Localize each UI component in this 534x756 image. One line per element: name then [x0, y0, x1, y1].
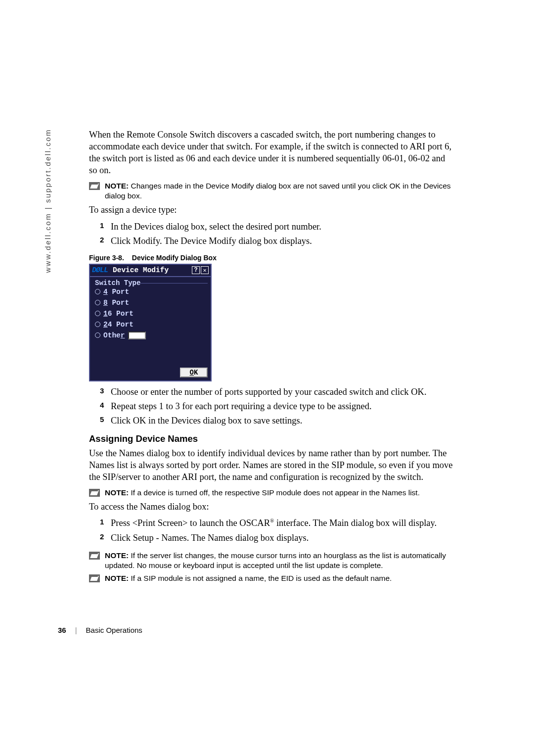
- radio-8-port[interactable]: 8 Port: [93, 297, 208, 308]
- step-4: 4 Repeat steps 1 to 3 for each port requ…: [100, 401, 455, 412]
- step-text: In the Devices dialog box, select the de…: [111, 221, 321, 233]
- page-number: 36: [58, 626, 66, 634]
- radio-24-port[interactable]: 24 Port: [93, 319, 208, 330]
- radio-icon: [95, 289, 100, 294]
- note-4: NOTE: If a SIP module is not assigned a …: [89, 573, 455, 583]
- sidebar-url: www.dell.com | support.dell.com: [44, 129, 52, 273]
- device-modify-dialog: DØLL Device Modify ? ✕ Switch Type 4 Por…: [89, 264, 212, 381]
- step-num: 5: [100, 415, 111, 424]
- assign-steps-list-1: 1 In the Devices dialog box, select the …: [100, 221, 455, 247]
- page-footer: 36 | Basic Operations: [58, 626, 142, 634]
- step-num: 2: [100, 236, 111, 244]
- radio-4-port[interactable]: 4 Port: [93, 286, 208, 297]
- intro-paragraph: When the Remote Console Switch discovers…: [89, 129, 455, 176]
- note-4-text: NOTE: If a SIP module is not assigned a …: [105, 573, 392, 583]
- radio-16-port[interactable]: 16 Port: [93, 308, 208, 319]
- step-text: Repeat steps 1 to 3 for each port requir…: [111, 401, 372, 412]
- close-button[interactable]: ✕: [201, 266, 209, 274]
- assigning-device-names-heading: Assigning Device Names: [89, 433, 455, 444]
- step-num: 2: [100, 532, 111, 541]
- note-2-text: NOTE: If a device is turned off, the res…: [105, 488, 420, 498]
- assign-steps-list-2: 3 Choose or enter the number of ports su…: [100, 386, 455, 426]
- note-3-text: NOTE: If the server list changes, the mo…: [105, 551, 455, 570]
- footer-divider: |: [75, 626, 77, 634]
- note-2: NOTE: If a device is turned off, the res…: [89, 488, 455, 498]
- figure-caption: Figure 3-8.Device Modify Dialog Box: [89, 254, 455, 262]
- note-icon: [89, 552, 100, 560]
- radio-other[interactable]: Other: [93, 330, 208, 341]
- footer-section: Basic Operations: [86, 626, 142, 634]
- dialog-titlebar: DØLL Device Modify ? ✕: [90, 265, 211, 277]
- note-icon: [89, 574, 100, 582]
- step-1: 1 In the Devices dialog box, select the …: [100, 221, 455, 233]
- other-input[interactable]: [128, 331, 146, 339]
- step-text: Click Setup - Names. The Names dialog bo…: [111, 532, 309, 544]
- dell-logo: DØLL: [92, 266, 108, 275]
- step-text: Choose or enter the number of ports supp…: [111, 386, 427, 398]
- group-divider: [140, 283, 208, 284]
- step-num: 1: [100, 221, 111, 230]
- access-step-2: 2 Click Setup - Names. The Names dialog …: [100, 532, 455, 544]
- step-3: 3 Choose or enter the number of ports su…: [100, 386, 455, 398]
- step-text: Click OK in the Devices dialog box to sa…: [111, 415, 302, 426]
- note-1: NOTE: Changes made in the Device Modify …: [89, 181, 455, 201]
- dialog-title: Device Modify: [108, 266, 191, 274]
- step-text: Press <Print Screen> to launch the OSCAR…: [111, 518, 437, 529]
- radio-icon: [95, 311, 100, 316]
- step-text: Click Modify. The Device Modify dialog b…: [111, 236, 312, 247]
- radio-icon: [95, 332, 100, 338]
- assign-device-lead: To assign a device type:: [89, 204, 455, 216]
- radio-icon: [95, 322, 100, 327]
- access-step-1: 1 Press <Print Screen> to launch the OSC…: [100, 518, 455, 529]
- radio-icon: [95, 300, 100, 305]
- dialog-body: Switch Type 4 Port 8 Port 16 Port 24 Por…: [90, 277, 211, 366]
- note-3: NOTE: If the server list changes, the mo…: [89, 551, 455, 570]
- step-2: 2 Click Modify. The Device Modify dialog…: [100, 236, 455, 247]
- step-num: 3: [100, 386, 111, 395]
- names-paragraph: Use the Names dialog box to identify ind…: [89, 447, 455, 483]
- ok-button[interactable]: OK: [180, 368, 208, 378]
- step-5: 5 Click OK in the Devices dialog box to …: [100, 415, 455, 426]
- access-names-lead: To access the Names dialog box:: [89, 501, 455, 513]
- step-num: 4: [100, 401, 111, 409]
- help-button[interactable]: ?: [192, 266, 200, 274]
- page-content: When the Remote Console Switch discovers…: [89, 129, 455, 586]
- access-names-list: 1 Press <Print Screen> to launch the OSC…: [100, 518, 455, 543]
- note-icon: [89, 182, 100, 190]
- step-num: 1: [100, 518, 111, 526]
- note-1-text: NOTE: Changes made in the Device Modify …: [105, 181, 455, 201]
- note-icon: [89, 489, 100, 497]
